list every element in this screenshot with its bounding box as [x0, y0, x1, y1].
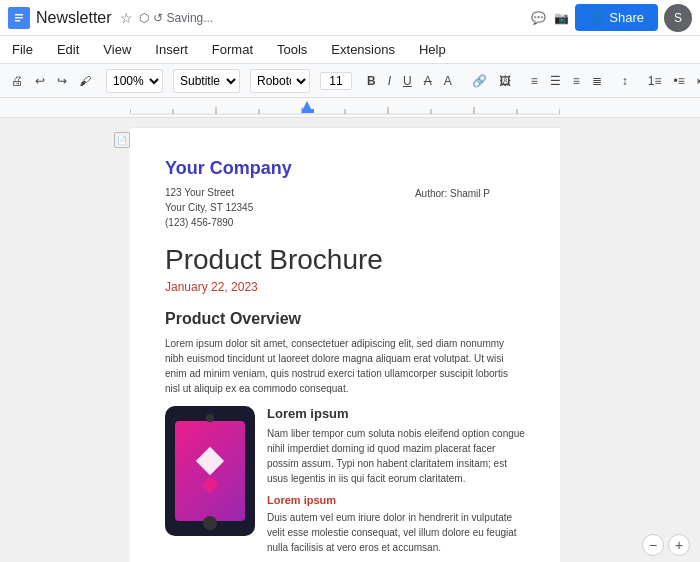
content-area: 📄 Your Company 123 Your Street Your City… — [0, 118, 700, 562]
decrease-indent-button[interactable]: ⇤ — [692, 71, 700, 91]
ruler — [0, 98, 700, 118]
page-wrapper[interactable]: Your Company 123 Your Street Your City, … — [130, 118, 560, 562]
lorem-subtitle: Lorem ipsum — [267, 494, 525, 506]
menu-bar: File Edit View Insert Format Tools Exten… — [0, 36, 700, 64]
docs-icon — [8, 7, 30, 29]
font-size-input[interactable] — [320, 72, 352, 90]
zoom-in-button[interactable]: + — [668, 534, 690, 556]
zoom-controls: − + — [642, 534, 690, 556]
toolbar: 🖨 ↩ ↪ 🖌 100% Subtitle Roboto B I U A A 🔗… — [0, 64, 700, 98]
share-icon: 👤 — [589, 10, 605, 25]
move-icon[interactable]: ⬡ — [139, 11, 149, 25]
link-button[interactable]: 🔗 — [467, 71, 492, 91]
history-icon[interactable]: ↺ — [153, 11, 163, 25]
align-left-button[interactable]: ≡ — [526, 71, 543, 91]
svg-rect-2 — [15, 17, 23, 19]
menu-help[interactable]: Help — [415, 40, 450, 59]
section1-body: Lorem ipsum dolor sit amet, consectetuer… — [165, 336, 525, 396]
top-bar-right: 💬 📷 — [531, 11, 569, 25]
side-note-icon[interactable]: 📄 — [114, 132, 130, 148]
share-button[interactable]: 👤 Share — [575, 4, 658, 31]
meet-icon[interactable]: 📷 — [554, 11, 569, 25]
bold-button[interactable]: B — [362, 71, 381, 91]
menu-view[interactable]: View — [99, 40, 135, 59]
comment-icon[interactable]: 💬 — [531, 11, 546, 25]
strikethrough-button[interactable]: A — [419, 71, 437, 91]
col-text: Lorem ipsum Nam liber tempor cum soluta … — [267, 406, 525, 562]
lorem-subtitle-body: Duis autem vel eum iriure dolor in hendr… — [267, 510, 525, 555]
document-main-title: Product Brochure — [165, 244, 525, 276]
left-margin: 📄 — [0, 118, 130, 562]
share-label: Share — [609, 10, 644, 25]
menu-extensions[interactable]: Extensions — [327, 40, 399, 59]
company-name: Your Company — [165, 158, 525, 179]
zoom-out-button[interactable]: − — [642, 534, 664, 556]
menu-edit[interactable]: Edit — [53, 40, 83, 59]
two-col-section: Lorem ipsum Nam liber tempor cum soluta … — [165, 406, 525, 562]
numbered-list-button[interactable]: 1≡ — [643, 71, 667, 91]
underline-button[interactable]: U — [398, 71, 417, 91]
address-line2: Your City, ST 12345 — [165, 200, 525, 215]
section1-title: Product Overview — [165, 310, 525, 328]
menu-insert[interactable]: Insert — [151, 40, 192, 59]
svg-rect-1 — [15, 14, 23, 16]
phone-screen — [175, 421, 245, 521]
document-title[interactable]: Newsletter — [36, 9, 112, 27]
address-line3: (123) 456-7890 — [165, 215, 525, 230]
svg-rect-17 — [302, 109, 314, 113]
top-icons: ⬡ ↺ Saving... — [139, 11, 214, 25]
align-right-button[interactable]: ≡ — [568, 71, 585, 91]
svg-marker-16 — [303, 101, 311, 109]
zoom-select[interactable]: 100% — [106, 69, 163, 93]
page-header: Your Company 123 Your Street Your City, … — [165, 158, 525, 230]
lorem-body: Nam liber tempor cum soluta nobis eleife… — [267, 426, 525, 486]
star-icon[interactable]: ☆ — [120, 10, 133, 26]
line-spacing-button[interactable]: ↕ — [617, 71, 633, 91]
menu-file[interactable]: File — [8, 40, 37, 59]
menu-tools[interactable]: Tools — [273, 40, 311, 59]
paint-format-icon[interactable]: 🖌 — [74, 71, 96, 91]
author-line: Author: Shamil P — [415, 188, 490, 199]
align-center-button[interactable]: ☰ — [545, 71, 566, 91]
font-select[interactable]: Roboto — [250, 69, 310, 93]
svg-rect-3 — [15, 20, 20, 22]
menu-format[interactable]: Format — [208, 40, 257, 59]
document-date: January 22, 2023 — [165, 280, 525, 294]
right-margin — [560, 118, 700, 562]
undo-icon[interactable]: ↩ — [30, 71, 50, 91]
bullet-list-button[interactable]: •≡ — [668, 71, 689, 91]
top-bar: Newsletter ☆ ⬡ ↺ Saving... 💬 📷 👤 Share S — [0, 0, 700, 36]
italic-button[interactable]: I — [383, 71, 396, 91]
text-color-button[interactable]: A — [439, 71, 457, 91]
image-button[interactable]: 🖼 — [494, 71, 516, 91]
style-select[interactable]: Subtitle — [173, 69, 240, 93]
lorem-title: Lorem ipsum — [267, 406, 525, 421]
print-icon[interactable]: 🖨 — [6, 71, 28, 91]
saving-status: Saving... — [167, 11, 214, 25]
ruler-svg — [130, 99, 560, 117]
phone-home-button — [203, 516, 217, 530]
justify-button[interactable]: ≣ — [587, 71, 607, 91]
user-avatar[interactable]: S — [664, 4, 692, 32]
redo-icon[interactable]: ↪ — [52, 71, 72, 91]
phone-image — [165, 406, 255, 536]
phone-speaker — [206, 414, 214, 422]
document-page: Your Company 123 Your Street Your City, … — [130, 128, 560, 562]
